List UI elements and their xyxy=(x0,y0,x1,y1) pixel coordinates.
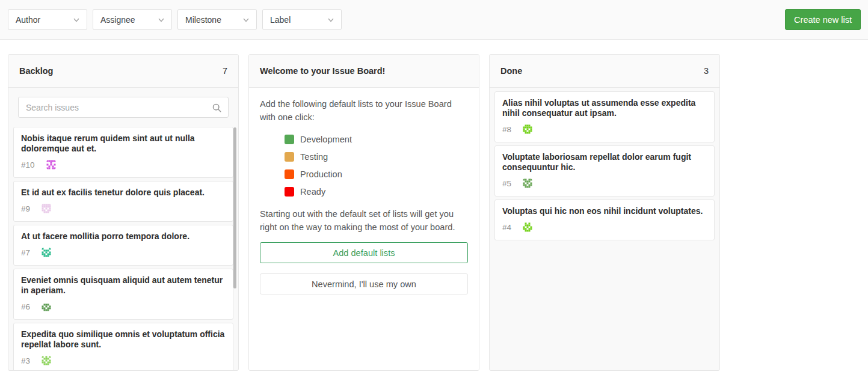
assignee-filter-label: Assignee xyxy=(100,15,135,25)
label-color-swatch xyxy=(285,187,294,197)
add-default-lists-button[interactable]: Add default lists xyxy=(260,242,468,263)
issue-count-badge: 3 xyxy=(704,66,709,76)
issue-title-link[interactable]: Voluptas qui hic non eos nihil incidunt … xyxy=(502,206,707,216)
backlog-card-list: Nobis itaque rerum quidem sint aut ut nu… xyxy=(8,123,238,370)
issue-card-footer: #4 xyxy=(502,221,707,233)
chevron-down-icon xyxy=(327,16,334,23)
issue-card-footer: #8 xyxy=(502,123,707,135)
assignee-avatar-identicon[interactable] xyxy=(522,221,534,233)
label-color-swatch xyxy=(285,169,294,179)
default-list-item: Testing xyxy=(285,148,468,165)
issue-card-footer: #10 xyxy=(21,159,226,171)
create-new-list-button[interactable]: Create new list xyxy=(785,9,861,30)
issue-title-link[interactable]: Eveniet omnis quisquam aliquid aut autem… xyxy=(21,275,226,296)
issue-title-link[interactable]: Et id aut ex facilis tenetur dolore quis… xyxy=(21,187,226,198)
issue-id: #10 xyxy=(21,160,35,169)
default-list-label: Ready xyxy=(300,187,325,197)
issue-id: #7 xyxy=(21,248,30,257)
issue-card[interactable]: Nobis itaque rerum quidem sint aut ut nu… xyxy=(13,127,233,178)
assignee-avatar-identicon[interactable] xyxy=(40,246,52,258)
issue-title-link[interactable]: Expedita quo similique omnis et voluptat… xyxy=(21,329,226,350)
assignee-avatar-identicon[interactable] xyxy=(40,203,52,215)
column-title: Welcome to your Issue Board! xyxy=(260,66,385,76)
issue-card-footer: #3 xyxy=(21,355,226,367)
issue-id: #9 xyxy=(21,204,30,213)
issue-card-footer: #5 xyxy=(502,177,707,189)
issue-count-badge: 7 xyxy=(223,66,227,76)
search-icon xyxy=(212,103,221,112)
author-filter-label: Author xyxy=(16,15,40,25)
issue-card[interactable]: Alias nihil voluptas ut assumenda esse e… xyxy=(494,91,715,142)
default-list-label: Production xyxy=(300,169,342,179)
default-list-item: Production xyxy=(285,165,468,183)
default-lists: Development Testing Production R xyxy=(260,130,468,200)
issue-id: #4 xyxy=(502,223,511,232)
board-column-done: Done 3 Alias nihil voluptas ut assumenda… xyxy=(489,54,720,371)
issue-card[interactable]: Eveniet omnis quisquam aliquid aut autem… xyxy=(13,269,233,320)
assignee-avatar-identicon[interactable] xyxy=(40,355,52,367)
issue-id: #8 xyxy=(502,125,511,134)
blank-state-intro: Add the following default lists to your … xyxy=(260,97,468,124)
issue-id: #5 xyxy=(502,179,511,188)
issue-card[interactable]: Voluptate laboriosam repellat dolor earu… xyxy=(494,145,715,197)
issue-card[interactable]: Voluptas qui hic non eos nihil incidunt … xyxy=(494,200,715,240)
chevron-down-icon xyxy=(158,16,165,23)
vertical-scrollbar[interactable] xyxy=(233,127,236,288)
blank-state-outro: Starting out with the default set of lis… xyxy=(260,207,468,234)
issue-card[interactable]: Et id aut ex facilis tenetur dolore quis… xyxy=(13,181,233,222)
issue-card[interactable]: At ut facere mollitia porro tempora dolo… xyxy=(13,225,233,266)
assignee-avatar-identicon[interactable] xyxy=(45,159,57,171)
board-column-welcome: Welcome to your Issue Board! Add the fol… xyxy=(248,54,479,371)
column-header: Welcome to your Issue Board! xyxy=(249,55,479,88)
issue-card-footer: #6 xyxy=(21,300,226,312)
milestone-filter-dropdown[interactable]: Milestone xyxy=(177,9,257,30)
issue-title-link[interactable]: Voluptate laboriosam repellat dolor earu… xyxy=(502,152,707,172)
chevron-down-icon xyxy=(242,16,250,23)
assignee-avatar-identicon[interactable] xyxy=(40,300,52,312)
search-issues-input[interactable] xyxy=(18,97,229,118)
issue-title-link[interactable]: At ut facere mollitia porro tempora dolo… xyxy=(21,231,226,242)
assignee-avatar-identicon[interactable] xyxy=(522,123,534,135)
issue-card-footer: #7 xyxy=(21,246,226,258)
done-card-list: Alias nihil voluptas ut assumenda esse e… xyxy=(490,88,719,370)
assignee-avatar-identicon[interactable] xyxy=(522,177,534,189)
assignee-filter-dropdown[interactable]: Assignee xyxy=(93,9,172,30)
issue-title-link[interactable]: Nobis itaque rerum quidem sint aut ut nu… xyxy=(21,133,226,154)
issue-card[interactable]: Expedita quo similique omnis et voluptat… xyxy=(13,323,233,370)
label-filter-label: Label xyxy=(270,15,291,25)
column-header: Done 3 xyxy=(490,55,719,88)
nevermind-button[interactable]: Nevermind, I'll use my own xyxy=(260,273,468,294)
default-list-item: Development xyxy=(285,130,468,148)
default-list-label: Testing xyxy=(300,152,328,162)
chevron-down-icon xyxy=(73,16,80,23)
label-color-swatch xyxy=(285,152,294,162)
filter-bar: Author Assignee Milestone Label Create n… xyxy=(0,0,868,40)
issue-title-link[interactable]: Alias nihil voluptas ut assumenda esse e… xyxy=(502,98,707,118)
author-filter-dropdown[interactable]: Author xyxy=(8,9,87,30)
search-row xyxy=(8,88,238,123)
milestone-filter-label: Milestone xyxy=(185,15,221,25)
issue-id: #3 xyxy=(21,356,30,365)
default-list-item: Ready xyxy=(285,183,468,200)
issue-id: #6 xyxy=(21,302,30,311)
column-title: Done xyxy=(500,66,522,76)
label-color-swatch xyxy=(285,135,294,144)
issue-board: Backlog 7 Nobis itaque rerum quidem sint… xyxy=(0,40,868,371)
blank-state-body: Add the following default lists to your … xyxy=(249,88,479,370)
column-title: Backlog xyxy=(19,66,53,76)
label-filter-dropdown[interactable]: Label xyxy=(262,9,342,30)
issue-card-footer: #9 xyxy=(21,203,226,215)
default-list-label: Development xyxy=(300,135,352,144)
board-column-backlog: Backlog 7 Nobis itaque rerum quidem sint… xyxy=(8,54,239,371)
column-header: Backlog 7 xyxy=(8,55,238,88)
